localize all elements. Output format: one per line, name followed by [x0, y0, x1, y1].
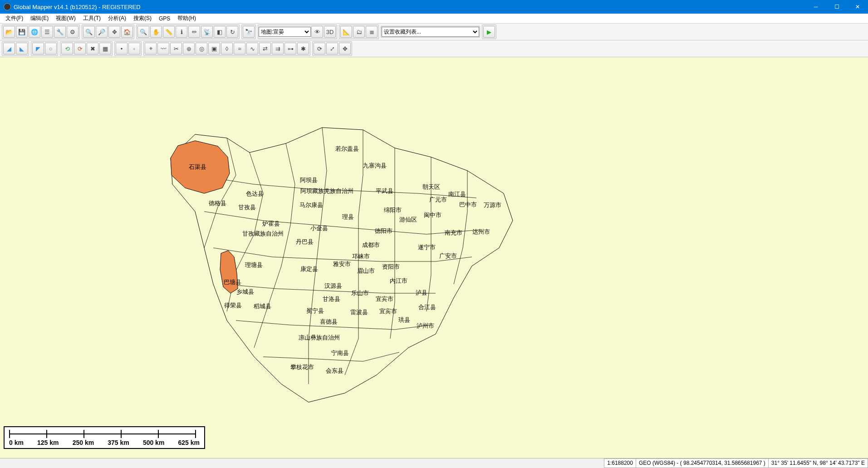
- zoom-out-button[interactable]: 🔎: [96, 26, 108, 38]
- map-label: 绵阳市: [384, 207, 402, 213]
- info-tool-button[interactable]: 🔍: [137, 26, 149, 38]
- map-label: 达州市: [472, 228, 490, 235]
- join-button[interactable]: ⊶: [284, 43, 296, 54]
- create-poly-button[interactable]: ◤: [32, 43, 44, 54]
- binoculars-icon[interactable]: 🔭: [243, 26, 255, 38]
- menu-gps[interactable]: GPS: [155, 15, 174, 23]
- menu-view[interactable]: 视图(W): [52, 14, 79, 23]
- clip-button[interactable]: ▣: [208, 43, 220, 54]
- map-viewport[interactable]: 石渠县巴塘县若尔盖县九寨沟县阿坝县色达县德格县甘孜县阿坝藏族羌族自治州马尔康县理…: [0, 57, 868, 458]
- gear-button[interactable]: ⚙: [67, 26, 78, 38]
- hand-tool-button[interactable]: ✋: [150, 26, 162, 38]
- map-label: 宜宾市: [379, 308, 397, 315]
- map-label: 稻城县: [254, 303, 271, 310]
- layers-button[interactable]: ☰: [41, 26, 53, 38]
- title-bar: Global Mapper v14.1 (b120512) - REGISTER…: [0, 0, 868, 14]
- explode-button[interactable]: ✱: [297, 43, 309, 54]
- map-label: 内江市: [390, 277, 407, 284]
- reverse-button[interactable]: ⇄: [259, 43, 271, 54]
- create-line-button[interactable]: ◣: [16, 43, 28, 54]
- island-button[interactable]: ◊: [221, 43, 233, 54]
- status-projection: GEO (WGS84) - ( 98.2454770314, 31.586568…: [636, 458, 769, 468]
- minimize-button[interactable]: ─: [805, 0, 826, 14]
- menu-analysis[interactable]: 分析(A): [104, 14, 130, 23]
- scale-label: 0 km: [9, 439, 24, 446]
- menu-file[interactable]: 文件(F): [2, 14, 27, 23]
- map-label: 泸县: [416, 289, 427, 296]
- menu-search[interactable]: 搜索(S): [130, 14, 155, 23]
- scale-tick: [9, 430, 10, 438]
- map-label: 汉源县: [324, 282, 342, 289]
- home-button[interactable]: 🏠: [121, 26, 133, 38]
- vertex-add-button[interactable]: •: [116, 43, 128, 54]
- edit-button[interactable]: ✏: [188, 26, 200, 38]
- map-label: 平武县: [376, 187, 393, 194]
- snap-button[interactable]: ⌖: [145, 43, 157, 54]
- scale-tick: [121, 430, 122, 438]
- menu-edit[interactable]: 编辑(E): [27, 14, 52, 23]
- 3d-view-button[interactable]: 3D: [324, 26, 336, 38]
- config-button[interactable]: 🔧: [54, 26, 66, 38]
- script-button[interactable]: ≣: [366, 26, 378, 38]
- status-coordinates: 31° 35' 11.6455" N, 98° 14' 43.7173" E: [768, 458, 868, 468]
- create-point-button[interactable]: ◢: [3, 43, 15, 54]
- map-label: 色达县: [246, 190, 264, 197]
- favorites-select[interactable]: 设置收藏列表...: [382, 27, 479, 37]
- run-button[interactable]: ▶: [483, 26, 495, 38]
- pan-button[interactable]: ✥: [108, 26, 120, 38]
- globe-button[interactable]: 🌐: [29, 26, 40, 38]
- menu-tools[interactable]: 工具(T): [79, 14, 104, 23]
- refresh-button[interactable]: ↻: [226, 26, 238, 38]
- map-label: 宁南县: [331, 350, 349, 356]
- map-label: 甘洛县: [323, 296, 340, 302]
- measure-button[interactable]: 📏: [163, 26, 175, 38]
- close-button[interactable]: ✕: [847, 0, 868, 14]
- buffer-button[interactable]: ◎: [196, 43, 207, 54]
- identify-button[interactable]: ℹ: [176, 26, 187, 38]
- map-label: 小金县: [310, 225, 328, 232]
- merge-button[interactable]: ⊕: [183, 43, 195, 54]
- zoom-in-button[interactable]: 🔍: [83, 26, 95, 38]
- map-label: 阆中市: [424, 212, 441, 218]
- eraser-button[interactable]: ◧: [214, 26, 226, 38]
- map-label: 冕宁县: [306, 307, 324, 314]
- map-label: 遂宁市: [418, 244, 436, 251]
- map-label: 甘孜县: [238, 204, 256, 211]
- map-layer-select[interactable]: 地图:宣晏: [259, 27, 311, 37]
- simplify-button[interactable]: ≈: [234, 43, 245, 54]
- trace-button[interactable]: 〰: [157, 43, 169, 54]
- map-label: 九寨沟县: [363, 162, 387, 169]
- catalog-button[interactable]: 🗂: [353, 26, 365, 38]
- save-button[interactable]: 💾: [16, 26, 28, 38]
- rotate-button[interactable]: ⟳: [314, 43, 325, 54]
- menu-help[interactable]: 帮助(H): [174, 14, 200, 23]
- map-label: 广安市: [439, 252, 457, 259]
- scale-label: 500 km: [143, 439, 164, 446]
- split-button[interactable]: ✂: [170, 43, 182, 54]
- map-label: 万源市: [484, 202, 501, 208]
- digitize-redo-button[interactable]: ⟳: [74, 43, 86, 54]
- map-label: 丹巴县: [296, 238, 314, 245]
- create-circle-button[interactable]: ○: [45, 43, 57, 54]
- move-button[interactable]: ✥: [339, 43, 351, 54]
- digitize-undo-button[interactable]: ⟲: [61, 43, 73, 54]
- ruler-button[interactable]: 📐: [340, 26, 352, 38]
- maximize-button[interactable]: ☐: [826, 0, 847, 14]
- open-button[interactable]: 📂: [3, 26, 15, 38]
- map-label: 雅安市: [333, 261, 351, 267]
- map-label: 南江县: [448, 191, 466, 197]
- digitize-grid-button[interactable]: ▦: [99, 43, 111, 54]
- tower-icon[interactable]: 📡: [201, 26, 213, 38]
- map-label: 邛崃市: [352, 253, 370, 260]
- app-icon: [4, 3, 11, 10]
- scale-label: 375 km: [108, 439, 129, 446]
- layer-visible-button[interactable]: 👁: [311, 26, 323, 38]
- scale-tick: [158, 430, 159, 438]
- smooth-button[interactable]: ∿: [246, 43, 258, 54]
- vertex-del-button[interactable]: ◦: [128, 43, 140, 54]
- offset-button[interactable]: ⇉: [272, 43, 284, 54]
- map-label: 理县: [342, 213, 354, 220]
- map-label: 阿坝藏族羌族自治州: [300, 187, 353, 194]
- digitize-delete-button[interactable]: ✖: [87, 43, 98, 54]
- scale-button[interactable]: ⤢: [326, 43, 338, 54]
